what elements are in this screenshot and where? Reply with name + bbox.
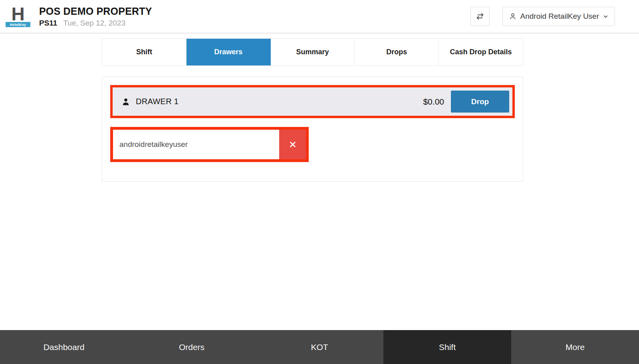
- terminal-code: PS11: [39, 19, 57, 28]
- swap-horizontal-icon: [475, 11, 485, 22]
- header-subtitle: PS11 Tue, Sep 12, 2023: [39, 19, 152, 28]
- user-menu-button[interactable]: Android RetailKey User: [502, 7, 615, 26]
- user-menu-label: Android RetailKey User: [520, 12, 599, 21]
- clear-input-button[interactable]: [279, 130, 306, 159]
- header-actions: Android RetailKey User: [470, 7, 615, 26]
- page-title: POS DEMO PROPERTY: [39, 6, 152, 17]
- logo-letter: H: [6, 6, 30, 22]
- swap-drawer-button[interactable]: [470, 7, 490, 26]
- main-content: Shift Drawers Summary Drops Cash Drop De…: [102, 38, 523, 182]
- person-icon: [121, 97, 130, 106]
- bottom-nav: Dashboard Orders KOT Shift More: [0, 330, 639, 364]
- drawer-row-highlight: DRAWER 1 $0.00 Drop: [110, 85, 515, 118]
- header-date: Tue, Sep 12, 2023: [63, 19, 125, 28]
- drawer-name: DRAWER 1: [136, 97, 179, 106]
- nav-item-kot[interactable]: KOT: [256, 330, 383, 364]
- nav-item-orders[interactable]: Orders: [128, 330, 256, 364]
- tab-drawers[interactable]: Drawers: [187, 39, 271, 65]
- drawer-user-input-highlight: [110, 127, 309, 162]
- tab-shift[interactable]: Shift: [102, 39, 187, 65]
- drawer-user-input[interactable]: [113, 130, 279, 159]
- hotelkey-logo: H HotelKey: [6, 6, 30, 27]
- nav-item-more[interactable]: More: [511, 330, 639, 364]
- app-header: H HotelKey POS DEMO PROPERTY PS11 Tue, S…: [0, 0, 639, 34]
- chevron-down-icon: [603, 14, 609, 20]
- logo-brand-label: HotelKey: [6, 22, 30, 27]
- person-outline-icon: [509, 12, 517, 20]
- header-titles: POS DEMO PROPERTY PS11 Tue, Sep 12, 2023: [39, 6, 152, 28]
- drawers-panel: DRAWER 1 $0.00 Drop: [102, 77, 523, 182]
- tab-cash-drop-details[interactable]: Cash Drop Details: [439, 39, 523, 65]
- tab-drops[interactable]: Drops: [355, 39, 439, 65]
- drop-button[interactable]: Drop: [451, 91, 509, 113]
- nav-item-dashboard[interactable]: Dashboard: [0, 330, 128, 364]
- shift-tab-bar: Shift Drawers Summary Drops Cash Drop De…: [102, 38, 523, 66]
- nav-item-shift[interactable]: Shift: [383, 330, 511, 364]
- drawer-amount: $0.00: [423, 97, 444, 107]
- close-icon: [288, 140, 298, 149]
- drawer-row: DRAWER 1 $0.00 Drop: [113, 87, 512, 116]
- tab-summary[interactable]: Summary: [271, 39, 355, 65]
